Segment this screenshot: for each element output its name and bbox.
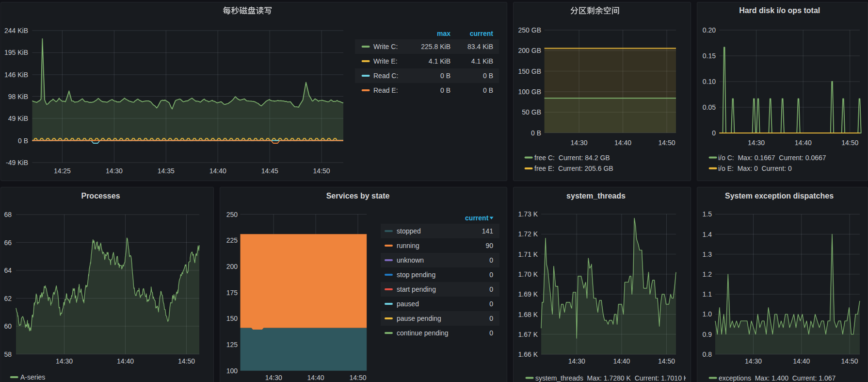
svg-text:90: 90 xyxy=(485,242,493,249)
svg-text:175: 175 xyxy=(226,289,238,297)
svg-text:A-series: A-series xyxy=(20,373,45,381)
svg-text:0.10: 0.10 xyxy=(703,78,716,85)
svg-text:pause pending: pause pending xyxy=(397,315,441,322)
svg-text:150: 150 xyxy=(226,315,238,322)
svg-text:Processes: Processes xyxy=(81,192,120,200)
svg-text:0: 0 xyxy=(489,285,493,293)
svg-text:i/o C: Max: 0.1667 Current:: i/o C: Max: 0.1667 Current: 0.0667 xyxy=(718,154,826,162)
svg-text:1.69 K: 1.69 K xyxy=(518,290,538,298)
svg-text:14:25: 14:25 xyxy=(54,167,71,175)
svg-text:49 KiB: 49 KiB xyxy=(8,115,28,122)
svg-text:0 B: 0 B xyxy=(483,86,493,94)
svg-text:unknown: unknown xyxy=(397,256,424,264)
svg-text:14:40: 14:40 xyxy=(209,167,226,175)
svg-text:-49 KiB: -49 KiB xyxy=(6,159,28,166)
svg-text:continue pending: continue pending xyxy=(397,329,449,337)
svg-text:exceptions Max: 1.400 Curren: exceptions Max: 1.400 Current: 1.067 xyxy=(719,374,836,382)
svg-text:14:30: 14:30 xyxy=(56,357,73,365)
svg-text:0: 0 xyxy=(712,129,716,137)
svg-text:system_threads Max: 1.7280 K: system_threads Max: 1.7280 K Current: 1.… xyxy=(535,374,689,382)
svg-text:250 GB: 250 GB xyxy=(518,26,541,34)
svg-text:0.05: 0.05 xyxy=(703,103,716,111)
svg-text:1.3: 1.3 xyxy=(703,250,712,258)
svg-text:14:30: 14:30 xyxy=(106,167,123,175)
svg-text:14:50: 14:50 xyxy=(658,139,675,147)
svg-text:141: 141 xyxy=(482,227,494,235)
svg-text:14:50: 14:50 xyxy=(841,357,858,365)
svg-text:146 KiB: 146 KiB xyxy=(4,71,28,79)
svg-text:1.70 K: 1.70 K xyxy=(518,270,538,278)
svg-text:14:30: 14:30 xyxy=(568,357,585,365)
svg-text:1.66 K: 1.66 K xyxy=(518,350,538,358)
svg-text:1.73 K: 1.73 K xyxy=(518,210,538,218)
svg-text:200 GB: 200 GB xyxy=(518,47,541,54)
svg-text:83.4 KiB: 83.4 KiB xyxy=(467,43,493,50)
svg-text:0 B: 0 B xyxy=(18,137,28,145)
svg-text:1.2: 1.2 xyxy=(703,270,712,278)
svg-text:max: max xyxy=(437,30,450,37)
svg-text:0.20: 0.20 xyxy=(703,26,716,34)
svg-text:1.0: 1.0 xyxy=(703,310,712,318)
svg-text:4.1 KiB: 4.1 KiB xyxy=(429,57,450,65)
svg-text:14:50: 14:50 xyxy=(841,139,858,147)
svg-text:1.67 K: 1.67 K xyxy=(518,331,538,338)
svg-text:100 GB: 100 GB xyxy=(518,88,541,96)
svg-text:0: 0 xyxy=(489,256,493,264)
svg-text:0.8: 0.8 xyxy=(703,350,712,358)
svg-text:250: 250 xyxy=(226,211,238,218)
svg-text:244 KiB: 244 KiB xyxy=(4,27,28,34)
svg-text:14:40: 14:40 xyxy=(307,374,324,382)
svg-text:100: 100 xyxy=(226,367,238,375)
svg-text:current: current xyxy=(470,30,494,37)
svg-text:Hard disk i/o ops total: Hard disk i/o ops total xyxy=(739,6,820,15)
svg-text:195 KiB: 195 KiB xyxy=(4,49,28,56)
svg-text:62: 62 xyxy=(4,295,12,302)
svg-text:1.4: 1.4 xyxy=(703,231,712,238)
svg-text:0: 0 xyxy=(489,300,493,308)
svg-text:i/o E: Max: 0 Current: 0: i/o E: Max: 0 Current: 0 xyxy=(718,165,792,172)
svg-text:0 B: 0 B xyxy=(531,129,541,137)
svg-text:14:50: 14:50 xyxy=(658,357,675,365)
svg-text:14:30: 14:30 xyxy=(748,139,765,147)
svg-text:64: 64 xyxy=(4,266,12,274)
svg-text:150 GB: 150 GB xyxy=(518,67,541,75)
svg-text:0 B: 0 B xyxy=(440,72,450,80)
svg-text:14:35: 14:35 xyxy=(158,167,175,175)
svg-text:free C: Current: 84.2 GB: free C: Current: 84.2 GB xyxy=(534,154,610,162)
svg-text:Read E:: Read E: xyxy=(373,86,398,94)
svg-text:1.68 K: 1.68 K xyxy=(518,311,538,318)
svg-text:current: current xyxy=(465,214,489,222)
svg-text:4.1 KiB: 4.1 KiB xyxy=(471,57,493,65)
svg-text:1.5: 1.5 xyxy=(703,210,712,218)
svg-text:0: 0 xyxy=(489,329,493,337)
svg-text:14:40: 14:40 xyxy=(613,357,630,365)
svg-text:14:40: 14:40 xyxy=(117,357,134,365)
svg-text:free E: Current: 205.6 GB: free E: Current: 205.6 GB xyxy=(534,165,613,172)
svg-text:14:50: 14:50 xyxy=(349,374,366,382)
svg-text:Write C:: Write C: xyxy=(373,43,398,50)
svg-text:14:40: 14:40 xyxy=(795,139,812,147)
svg-text:Write E:: Write E: xyxy=(373,57,398,65)
svg-text:System exception dispatches: System exception dispatches xyxy=(725,192,834,200)
svg-text:0 B: 0 B xyxy=(440,86,450,94)
svg-text:14:30: 14:30 xyxy=(571,139,588,147)
svg-text:1.72 K: 1.72 K xyxy=(518,230,538,238)
svg-text:14:40: 14:40 xyxy=(793,357,810,365)
svg-text:14:40: 14:40 xyxy=(614,139,631,147)
svg-text:stop pending: stop pending xyxy=(397,271,435,279)
svg-text:stopped: stopped xyxy=(397,227,421,235)
svg-text:running: running xyxy=(397,242,419,249)
svg-text:1.71 K: 1.71 K xyxy=(518,250,538,258)
svg-text:225: 225 xyxy=(226,236,238,244)
svg-text:1.1: 1.1 xyxy=(703,290,712,298)
svg-text:14:30: 14:30 xyxy=(745,357,762,365)
svg-text:125: 125 xyxy=(226,341,238,349)
svg-text:60: 60 xyxy=(4,322,12,330)
svg-text:system_threads: system_threads xyxy=(566,192,626,200)
svg-text:50 GB: 50 GB xyxy=(522,108,541,116)
svg-text:200: 200 xyxy=(226,263,238,270)
svg-text:0: 0 xyxy=(489,315,493,322)
svg-text:0.9: 0.9 xyxy=(703,331,712,338)
svg-text:Services by state: Services by state xyxy=(326,192,390,200)
svg-text:66: 66 xyxy=(4,239,12,247)
